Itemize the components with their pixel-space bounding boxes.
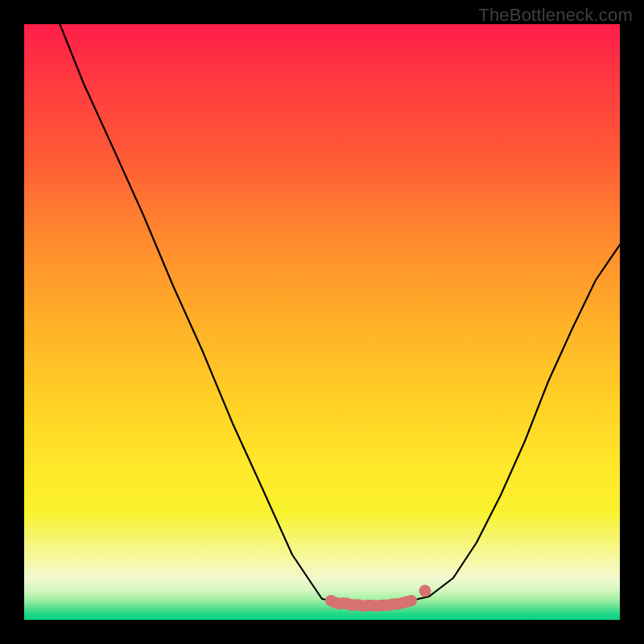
watermark-text: TheBottleneck.com (478, 5, 633, 26)
pink-right-dot (419, 585, 431, 597)
right-curve (411, 245, 620, 601)
chart-frame: TheBottleneck.com (0, 0, 644, 644)
pink-bottom-segment (331, 601, 411, 606)
curves-svg (24, 24, 620, 620)
left-curve (60, 24, 331, 601)
plot-area (24, 24, 620, 620)
